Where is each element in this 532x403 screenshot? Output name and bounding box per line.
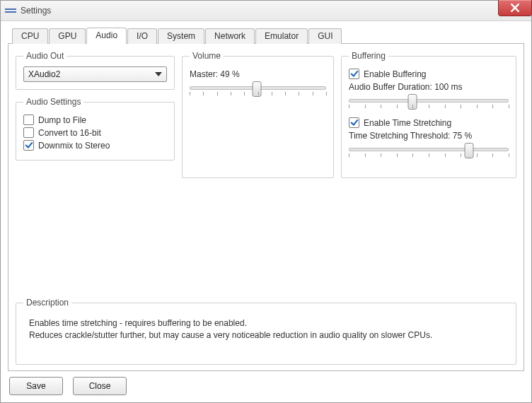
description-line: Reduces crackle/stutter further, but may… xyxy=(29,329,503,341)
time-stretch-threshold-slider[interactable] xyxy=(349,144,509,160)
slider-ticks xyxy=(190,92,326,96)
dialog-footer: Save Close xyxy=(8,371,524,395)
tab-emulator[interactable]: Emulator xyxy=(255,28,308,44)
audio-out-group: Audio Out XAudio2 xyxy=(16,51,175,90)
tab-strip: CPUGPUAudioI/OSystemNetworkEmulatorGUI xyxy=(8,27,524,44)
tab-network[interactable]: Network xyxy=(205,28,255,44)
enable-buffering-label: Enable Buffering xyxy=(364,69,427,79)
downmix-stereo-label: Downmix to Stereo xyxy=(38,141,110,151)
app-icon xyxy=(5,6,16,15)
slider-ticks xyxy=(349,153,509,158)
description-group: Description Enables time stretching - re… xyxy=(16,298,516,365)
enable-time-stretching-label: Enable Time Stretching xyxy=(364,118,451,128)
svg-rect-0 xyxy=(5,8,16,10)
tab-gui[interactable]: GUI xyxy=(308,28,342,44)
buffer-duration-slider[interactable] xyxy=(349,95,509,112)
tab-cpu[interactable]: CPU xyxy=(12,28,48,44)
downmix-stereo-checkbox[interactable]: Downmix to Stereo xyxy=(23,140,167,151)
svg-rect-1 xyxy=(5,11,16,13)
convert-16bit-label: Convert to 16-bit xyxy=(38,128,101,138)
enable-buffering-checkbox[interactable]: Enable Buffering xyxy=(349,69,509,79)
slider-track xyxy=(349,148,509,151)
audio-out-value: XAudio2 xyxy=(28,69,60,79)
checkbox-icon xyxy=(349,69,359,79)
audio-settings-group: Audio Settings Dump to File Convert to 1… xyxy=(16,97,175,160)
window-title: Settings xyxy=(21,6,51,16)
description-line: Enables time stretching - requires buffe… xyxy=(29,317,503,329)
audio-out-select[interactable]: XAudio2 xyxy=(23,66,167,82)
slider-track xyxy=(349,99,509,103)
description-legend: Description xyxy=(23,298,71,308)
convert-16bit-checkbox[interactable]: Convert to 16-bit xyxy=(23,127,167,138)
volume-group: Volume Master: 49 % xyxy=(182,51,334,178)
dump-to-file-checkbox[interactable]: Dump to File xyxy=(23,115,167,125)
tab-audio[interactable]: Audio xyxy=(86,28,127,44)
audio-settings-legend: Audio Settings xyxy=(23,97,83,107)
buffer-duration-label: Audio Buffer Duration: 100 ms xyxy=(349,82,509,92)
buffering-group: Buffering Enable Buffering Audio Buffer … xyxy=(341,51,516,178)
time-stretch-threshold-label: Time Stretching Threshold: 75 % xyxy=(349,131,509,141)
audio-out-legend: Audio Out xyxy=(23,51,66,61)
close-button[interactable]: Close xyxy=(73,377,127,395)
settings-window: Settings CPUGPUAudioI/OSystemNetworkEmul… xyxy=(0,0,532,403)
dump-to-file-label: Dump to File xyxy=(38,115,86,125)
volume-master-label: Master: 49 % xyxy=(190,69,326,79)
tab-system[interactable]: System xyxy=(158,28,204,44)
titlebar: Settings xyxy=(1,1,531,21)
checkbox-icon xyxy=(23,140,34,151)
buffering-legend: Buffering xyxy=(349,51,388,61)
client-area: CPUGPUAudioI/OSystemNetworkEmulatorGUI A… xyxy=(1,21,531,402)
volume-master-slider[interactable] xyxy=(190,82,326,99)
enable-time-stretching-checkbox[interactable]: Enable Time Stretching xyxy=(349,117,509,128)
volume-legend: Volume xyxy=(190,51,224,61)
slider-ticks xyxy=(349,105,509,109)
tab-gpu[interactable]: GPU xyxy=(49,28,86,44)
tab-page-audio: Audio Out XAudio2 Audio Settings Dump to… xyxy=(8,44,524,371)
checkbox-icon xyxy=(349,117,359,128)
tab-io[interactable]: I/O xyxy=(127,28,157,44)
checkbox-icon xyxy=(23,115,34,125)
chevron-down-icon xyxy=(155,72,162,76)
window-close-button[interactable] xyxy=(498,0,532,16)
save-button[interactable]: Save xyxy=(9,377,63,395)
checkbox-icon xyxy=(23,127,34,138)
description-body: Enables time stretching - requires buffe… xyxy=(23,313,509,357)
